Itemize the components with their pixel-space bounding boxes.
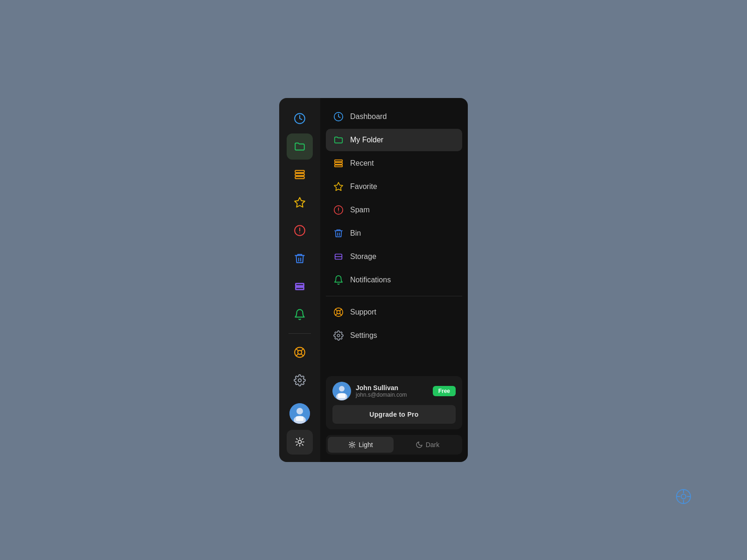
plan-badge: Free — [433, 386, 456, 396]
svg-line-15 — [301, 354, 303, 356]
theme-light-button[interactable]: Light — [328, 437, 394, 453]
moon-icon — [416, 441, 423, 448]
svg-point-50 — [337, 334, 340, 337]
svg-rect-34 — [335, 162, 343, 164]
svg-point-65 — [681, 494, 686, 499]
svg-point-23 — [298, 441, 301, 444]
svg-line-28 — [296, 439, 297, 440]
theme-dark-label: Dark — [426, 441, 440, 448]
menu-item-favorite[interactable]: Favorite — [326, 175, 462, 198]
svg-line-63 — [354, 442, 354, 443]
svg-marker-4 — [295, 197, 305, 207]
menu-items-top: Dashboard My Folder Recent — [326, 105, 462, 371]
menu-item-support[interactable]: Support — [326, 301, 462, 323]
move-cursor-icon — [676, 489, 691, 504]
theme-light-label: Light — [359, 441, 373, 448]
svg-line-49 — [335, 314, 338, 316]
menu-item-storage[interactable]: Storage — [326, 245, 462, 268]
menu-divider — [326, 296, 462, 296]
menu-item-storage-label: Storage — [350, 252, 376, 261]
svg-line-46 — [335, 309, 338, 311]
sidebar-item-notifications[interactable] — [287, 301, 313, 328]
user-email: john.s@domain.com — [356, 392, 407, 398]
svg-point-52 — [339, 386, 345, 392]
svg-point-45 — [337, 310, 340, 314]
svg-line-61 — [354, 447, 354, 447]
svg-rect-3 — [295, 176, 304, 178]
svg-point-18 — [298, 379, 302, 382]
icon-sidebar — [279, 98, 320, 462]
sidebar-item-support[interactable] — [287, 339, 313, 365]
sidebar-item-storage[interactable] — [287, 273, 313, 300]
menu-item-spam[interactable]: Spam — [326, 199, 462, 221]
user-text: John Sullivan john.s@domain.com — [356, 384, 407, 398]
svg-line-48 — [340, 309, 342, 311]
sidebar-item-dashboard[interactable] — [287, 105, 313, 132]
svg-rect-35 — [335, 165, 343, 167]
theme-dark-button[interactable]: Dark — [395, 437, 460, 453]
theme-toggle-icon[interactable] — [287, 430, 313, 455]
svg-point-7 — [299, 232, 300, 233]
sidebar-item-folder[interactable] — [287, 133, 313, 160]
user-info-left: John Sullivan john.s@domain.com — [332, 382, 407, 400]
svg-point-20 — [296, 408, 303, 414]
svg-line-47 — [340, 314, 342, 316]
user-avatar-icon[interactable] — [287, 401, 313, 426]
user-card: John Sullivan john.s@domain.com Free Upg… — [326, 376, 462, 429]
menu-item-notifications-label: Notifications — [350, 276, 391, 284]
menu-sidebar: Dashboard My Folder Recent — [320, 98, 468, 462]
svg-line-60 — [350, 442, 350, 443]
svg-rect-33 — [335, 160, 343, 162]
menu-item-bin-label: Bin — [350, 229, 361, 238]
svg-point-39 — [338, 211, 338, 212]
menu-item-spam-label: Spam — [350, 206, 370, 214]
svg-line-62 — [350, 447, 350, 447]
svg-rect-54 — [338, 393, 345, 398]
svg-line-29 — [302, 444, 303, 445]
sidebar-item-settings[interactable] — [287, 367, 313, 393]
sidebar-divider — [289, 333, 311, 334]
svg-rect-2 — [295, 174, 304, 175]
upgrade-button[interactable]: Upgrade to Pro — [332, 405, 456, 424]
sidebar-item-spam[interactable] — [287, 217, 313, 244]
svg-marker-36 — [334, 182, 343, 190]
menu-item-settings-label: Settings — [350, 331, 377, 340]
menu-item-favorite-label: Favorite — [350, 182, 377, 191]
svg-line-16 — [301, 349, 303, 351]
menu-item-dashboard[interactable]: Dashboard — [326, 105, 462, 128]
sidebar-item-recent[interactable] — [287, 161, 313, 188]
svg-point-55 — [351, 443, 353, 446]
user-name: John Sullivan — [356, 384, 407, 392]
menu-item-support-label: Support — [350, 308, 376, 316]
svg-rect-1 — [295, 170, 304, 172]
menu-item-notifications[interactable]: Notifications — [326, 269, 462, 291]
theme-toggle: Light Dark — [326, 435, 462, 455]
menu-item-bin[interactable]: Bin — [326, 222, 462, 245]
menu-item-recent-label: Recent — [350, 159, 374, 168]
menu-item-folder[interactable]: My Folder — [326, 129, 462, 151]
user-info-row: John Sullivan john.s@domain.com Free — [332, 382, 456, 400]
svg-point-13 — [298, 350, 302, 355]
svg-rect-22 — [296, 416, 303, 421]
sidebar-item-favorite[interactable] — [287, 189, 313, 216]
avatar — [332, 382, 351, 400]
menu-item-folder-label: My Folder — [350, 136, 383, 144]
menu-item-settings[interactable]: Settings — [326, 324, 462, 347]
menu-item-recent[interactable]: Recent — [326, 152, 462, 175]
svg-line-14 — [296, 349, 298, 351]
svg-line-31 — [302, 439, 303, 440]
svg-line-17 — [296, 354, 298, 356]
sun-icon — [348, 441, 356, 448]
sidebar-item-bin[interactable] — [287, 245, 313, 272]
sidebar-container: Dashboard My Folder Recent — [279, 98, 468, 462]
icon-sidebar-top — [287, 105, 313, 393]
svg-line-30 — [296, 444, 297, 445]
menu-item-dashboard-label: Dashboard — [350, 112, 387, 121]
